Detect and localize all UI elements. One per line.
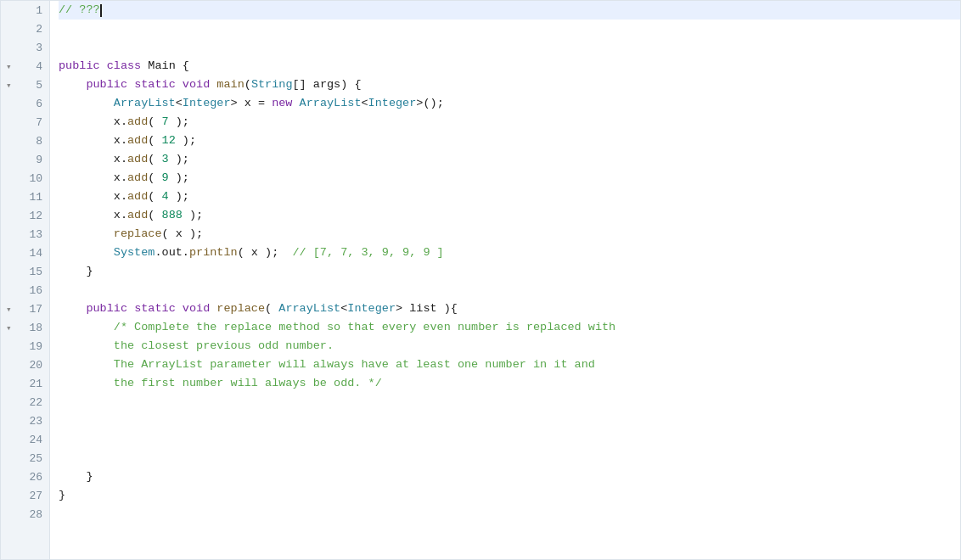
code-token: ( bbox=[148, 113, 161, 132]
code-line-14: System.out.println( x ); // [7, 7, 3, 9,… bbox=[59, 244, 960, 262]
code-token bbox=[59, 94, 114, 113]
code-token: ( bbox=[148, 150, 161, 169]
line-num-4: 4 bbox=[1, 57, 49, 76]
code-line-22 bbox=[59, 393, 960, 412]
code-token bbox=[59, 244, 114, 262]
code-token: println bbox=[189, 244, 238, 262]
code-token: new bbox=[272, 94, 299, 113]
code-token: 12 bbox=[162, 132, 176, 150]
code-token bbox=[59, 300, 86, 318]
code-line-24 bbox=[59, 430, 960, 449]
code-token: replace bbox=[216, 300, 265, 318]
code-token: ); bbox=[169, 150, 189, 169]
code-token: void bbox=[183, 76, 217, 94]
code-line-11: x.add( 4 ); bbox=[59, 188, 960, 206]
code-line-7: x.add( 7 ); bbox=[59, 113, 960, 132]
code-line-10: x.add( 9 ); bbox=[59, 169, 960, 188]
code-token: void bbox=[183, 300, 217, 318]
code-line-25 bbox=[59, 449, 960, 468]
code-line-9: x.add( 3 ); bbox=[59, 150, 960, 169]
line-num-17: 17 bbox=[1, 300, 49, 318]
code-token: x. bbox=[59, 169, 127, 188]
code-line-21: the first number will always be odd. */ bbox=[59, 374, 960, 393]
line-num-15: 15 bbox=[1, 262, 49, 281]
code-token: } bbox=[59, 468, 93, 486]
code-token: Integer bbox=[368, 94, 417, 113]
code-token: static bbox=[134, 300, 183, 318]
code-token: ( bbox=[244, 76, 251, 94]
code-token: 3 bbox=[162, 150, 169, 169]
code-content[interactable]: // ??? public class Main { public static… bbox=[50, 1, 960, 559]
code-token: ); bbox=[169, 113, 189, 132]
code-token: ArrayList bbox=[114, 94, 176, 113]
code-line-27: } bbox=[59, 486, 960, 505]
code-token: out. bbox=[162, 244, 189, 262]
code-token: > list ){ bbox=[396, 300, 458, 318]
code-token: ( x ); bbox=[238, 244, 293, 262]
code-line-17: public static void replace( ArrayList<In… bbox=[59, 300, 960, 318]
code-token: add bbox=[127, 188, 148, 206]
code-token: add bbox=[127, 150, 148, 169]
code-token: x. bbox=[59, 150, 127, 169]
line-num-11: 11 bbox=[1, 188, 49, 206]
code-token: /* Complete the replace method so that e… bbox=[114, 318, 615, 337]
code-token: Main { bbox=[148, 57, 189, 76]
code-line-26: } bbox=[59, 468, 960, 486]
code-token: 9 bbox=[162, 169, 169, 188]
line-num-24: 24 bbox=[1, 430, 49, 449]
code-line-6: ArrayList<Integer> x = new ArrayList<Int… bbox=[59, 94, 960, 113]
code-token: // ??? bbox=[59, 1, 100, 20]
code-token: ( bbox=[148, 169, 161, 188]
line-num-9: 9 bbox=[1, 150, 49, 169]
code-token: ); bbox=[169, 188, 189, 206]
code-token: public bbox=[59, 57, 107, 76]
code-token: main bbox=[216, 76, 244, 94]
code-token: add bbox=[127, 132, 148, 150]
code-token: ( bbox=[148, 206, 161, 225]
code-token: static bbox=[134, 76, 183, 94]
code-token: x. bbox=[59, 113, 127, 132]
code-line-4: public class Main { bbox=[59, 57, 960, 76]
code-token: the first number will always be odd. */ bbox=[59, 374, 382, 393]
line-num-22: 22 bbox=[1, 393, 49, 412]
code-token: Integer bbox=[183, 94, 231, 113]
code-token: > x = bbox=[231, 94, 273, 113]
code-token: ArrayList bbox=[278, 300, 340, 318]
code-token: ); bbox=[169, 169, 189, 188]
code-token: add bbox=[127, 206, 148, 225]
line-num-10: 10 bbox=[1, 169, 49, 188]
line-num-16: 16 bbox=[1, 281, 49, 300]
code-line-13: replace( x ); bbox=[59, 225, 960, 244]
code-token: ); bbox=[183, 206, 203, 225]
code-line-18: /* Complete the replace method so that e… bbox=[59, 318, 960, 337]
line-num-20: 20 bbox=[1, 356, 49, 374]
code-token: Integer bbox=[347, 300, 396, 318]
code-token: 4 bbox=[162, 188, 169, 206]
cursor bbox=[100, 4, 102, 17]
code-line-12: x.add( 888 ); bbox=[59, 206, 960, 225]
code-token: ( bbox=[148, 132, 161, 150]
code-token: < bbox=[176, 94, 183, 113]
code-line-28 bbox=[59, 505, 960, 524]
code-token: >(); bbox=[416, 94, 443, 113]
code-token: replace bbox=[114, 225, 162, 244]
code-token: String bbox=[251, 76, 293, 94]
line-num-8: 8 bbox=[1, 132, 49, 150]
line-num-19: 19 bbox=[1, 337, 49, 356]
code-token: } bbox=[59, 486, 65, 505]
code-token bbox=[59, 225, 114, 244]
editor-container: 1 2 3 4 5 6 7 8 9 10 11 12 13 14 15 16 1… bbox=[0, 0, 961, 560]
code-area: 1 2 3 4 5 6 7 8 9 10 11 12 13 14 15 16 1… bbox=[1, 1, 960, 559]
code-line-8: x.add( 12 ); bbox=[59, 132, 960, 150]
line-num-18: 18 bbox=[1, 318, 49, 337]
line-num-3: 3 bbox=[1, 38, 49, 57]
code-line-15: } bbox=[59, 262, 960, 281]
line-num-14: 14 bbox=[1, 244, 49, 262]
line-num-27: 27 bbox=[1, 486, 49, 505]
code-token bbox=[59, 318, 114, 337]
code-token: 888 bbox=[162, 206, 183, 225]
code-line-2 bbox=[59, 20, 960, 38]
code-token: [] args) { bbox=[292, 76, 361, 94]
code-token: 7 bbox=[162, 113, 169, 132]
line-num-1: 1 bbox=[1, 1, 49, 20]
